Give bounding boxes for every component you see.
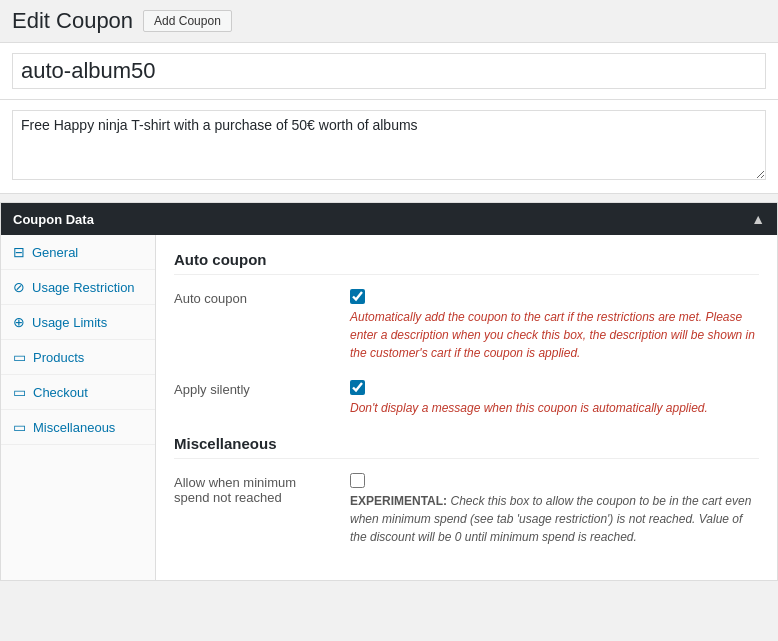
coupon-code-field (0, 43, 778, 100)
checkout-icon: ▭ (13, 384, 26, 400)
collapse-icon[interactable]: ▲ (751, 211, 765, 227)
usage-limits-icon: ⊕ (13, 314, 25, 330)
apply-silently-row: Apply silently Don't display a message w… (174, 380, 759, 417)
products-icon: ▭ (13, 349, 26, 365)
coupon-description-textarea[interactable] (12, 110, 766, 180)
add-coupon-button[interactable]: Add Coupon (143, 10, 232, 32)
auto-coupon-section-title: Auto coupon (174, 251, 759, 275)
coupon-data-title: Coupon Data (13, 212, 94, 227)
auto-coupon-value: Automatically add the coupon to the cart… (350, 289, 759, 362)
sidebar-label-products: Products (33, 350, 84, 365)
sidebar-item-general[interactable]: ⊟ General (1, 235, 155, 270)
sidebar-nav: ⊟ General ⊘ Usage Restriction ⊕ Usage Li… (1, 235, 156, 580)
coupon-data-header: Coupon Data ▲ (1, 203, 777, 235)
auto-coupon-desc: Automatically add the coupon to the cart… (350, 308, 759, 362)
auto-coupon-checkbox[interactable] (350, 289, 365, 304)
sidebar-item-miscellaneous[interactable]: ▭ Miscellaneous (1, 410, 155, 445)
sidebar-label-miscellaneous: Miscellaneous (33, 420, 115, 435)
allow-min-spend-checkbox[interactable] (350, 473, 365, 488)
miscellaneous-section-title: Miscellaneous (174, 435, 759, 459)
coupon-data-body: ⊟ General ⊘ Usage Restriction ⊕ Usage Li… (1, 235, 777, 580)
auto-coupon-row: Auto coupon Automatically add the coupon… (174, 289, 759, 362)
allow-min-spend-row: Allow when minimum spend not reached EXP… (174, 473, 759, 546)
allow-min-spend-label: Allow when minimum spend not reached (174, 473, 334, 505)
usage-restriction-icon: ⊘ (13, 279, 25, 295)
experimental-label: EXPERIMENTAL: (350, 494, 447, 508)
apply-silently-desc: Don't display a message when this coupon… (350, 399, 759, 417)
sidebar-label-usage-restriction: Usage Restriction (32, 280, 135, 295)
auto-coupon-label: Auto coupon (174, 289, 334, 306)
coupon-description-field (0, 100, 778, 194)
coupon-code-input[interactable] (12, 53, 766, 89)
main-content: Auto coupon Auto coupon Automatically ad… (156, 235, 777, 580)
sidebar-label-usage-limits: Usage Limits (32, 315, 107, 330)
general-icon: ⊟ (13, 244, 25, 260)
sidebar-label-checkout: Checkout (33, 385, 88, 400)
sidebar-label-general: General (32, 245, 78, 260)
sidebar-item-usage-limits[interactable]: ⊕ Usage Limits (1, 305, 155, 340)
apply-silently-value: Don't display a message when this coupon… (350, 380, 759, 417)
coupon-data-panel: Coupon Data ▲ ⊟ General ⊘ Usage Restrict… (0, 202, 778, 581)
sidebar-item-checkout[interactable]: ▭ Checkout (1, 375, 155, 410)
apply-silently-label: Apply silently (174, 380, 334, 397)
sidebar-item-usage-restriction[interactable]: ⊘ Usage Restriction (1, 270, 155, 305)
apply-silently-checkbox[interactable] (350, 380, 365, 395)
sidebar-item-products[interactable]: ▭ Products (1, 340, 155, 375)
page-header: Edit Coupon Add Coupon (0, 0, 778, 43)
page-title: Edit Coupon (12, 8, 133, 34)
allow-min-spend-value: EXPERIMENTAL: Check this box to allow th… (350, 473, 759, 546)
miscellaneous-icon: ▭ (13, 419, 26, 435)
miscellaneous-section: Miscellaneous Allow when minimum spend n… (174, 435, 759, 546)
allow-min-spend-desc: EXPERIMENTAL: Check this box to allow th… (350, 492, 759, 546)
